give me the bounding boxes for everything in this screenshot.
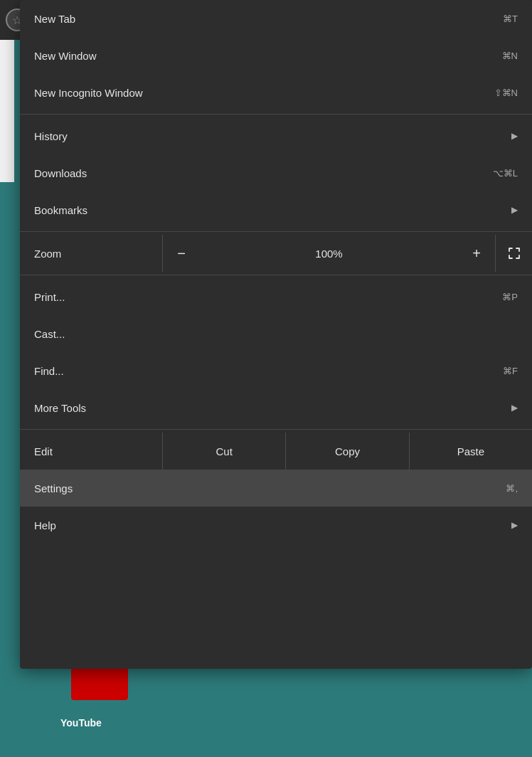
menu-divider-3	[20, 275, 532, 275]
menu-item-bookmarks[interactable]: Bookmarks ▶	[20, 191, 532, 228]
menu-item-downloads[interactable]: Downloads ⌥⌘L	[20, 154, 532, 191]
more-tools-arrow-icon: ▶	[511, 403, 518, 413]
edit-row: Edit Cut Copy Paste	[20, 433, 532, 470]
youtube-label: YouTube	[60, 717, 102, 729]
zoom-in-button[interactable]: +	[458, 235, 495, 272]
menu-divider-1	[20, 114, 532, 115]
menu-item-cast[interactable]: Cast...	[20, 315, 532, 352]
menu-item-settings[interactable]: Settings ⌘,	[20, 470, 532, 507]
bookmarks-arrow-icon: ▶	[511, 205, 518, 215]
zoom-out-button[interactable]: −	[163, 235, 200, 272]
copy-button[interactable]: Copy	[285, 433, 408, 470]
menu-item-help[interactable]: Help ▶	[20, 507, 532, 544]
menu-item-print[interactable]: Print... ⌘P	[20, 278, 532, 315]
zoom-value: 100%	[200, 248, 458, 260]
menu-item-find[interactable]: Find... ⌘F	[20, 352, 532, 389]
menu-divider-2	[20, 231, 532, 232]
fullscreen-button[interactable]	[495, 235, 532, 272]
menu-item-history[interactable]: History ▶	[20, 117, 532, 154]
help-arrow-icon: ▶	[511, 520, 518, 530]
history-arrow-icon: ▶	[511, 131, 518, 141]
menu-item-more-tools[interactable]: More Tools ▶	[20, 389, 532, 426]
browser-menu: New Tab ⌘T New Window ⌘N New Incognito W…	[20, 0, 532, 669]
menu-item-new-tab[interactable]: New Tab ⌘T	[20, 0, 532, 37]
menu-item-new-incognito[interactable]: New Incognito Window ⇧⌘N	[20, 74, 532, 111]
cut-button[interactable]: Cut	[162, 433, 285, 470]
paste-button[interactable]: Paste	[409, 433, 532, 470]
zoom-controls: − 100% +	[162, 235, 532, 272]
page-sidebar-bar	[0, 40, 14, 182]
menu-item-new-window[interactable]: New Window ⌘N	[20, 37, 532, 74]
zoom-row: Zoom − 100% +	[20, 235, 532, 272]
menu-divider-4	[20, 429, 532, 430]
